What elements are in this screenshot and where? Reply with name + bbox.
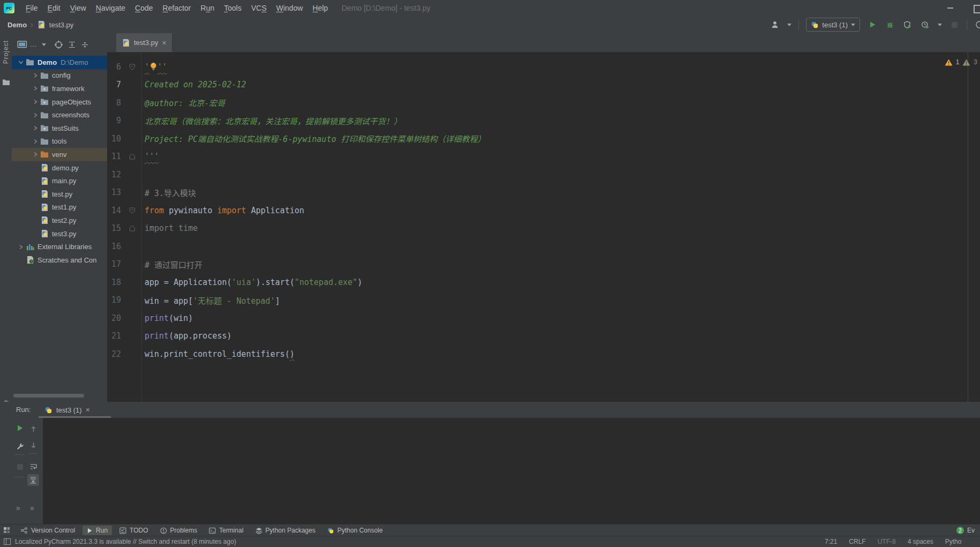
- settings-icon[interactable]: [14, 440, 26, 452]
- chevron-right-icon[interactable]: [31, 152, 40, 157]
- menu-item-tools[interactable]: Tools: [219, 0, 246, 16]
- fold-marker-icon[interactable]: [129, 207, 135, 214]
- select-opened-file-icon[interactable]: [54, 40, 63, 49]
- status-widget-pytho[interactable]: Pytho: [945, 538, 962, 545]
- menu-item-navigate[interactable]: Navigate: [91, 0, 130, 16]
- horizontal-scrollbar[interactable]: [13, 394, 84, 398]
- close-icon[interactable]: ×: [162, 39, 167, 47]
- code-area[interactable]: 6'''7Created on 2025-02-128@author: 北京-宏…: [107, 52, 980, 402]
- chevron-right-icon[interactable]: [31, 99, 40, 104]
- status-widget-crlf[interactable]: CRLF: [849, 538, 865, 545]
- status-widget-4-spaces[interactable]: 4 spaces: [908, 538, 933, 545]
- chevron-right-icon[interactable]: [17, 244, 25, 250]
- project-view-more[interactable]: ...: [30, 41, 37, 48]
- menu-item-vcs[interactable]: VCS: [246, 0, 272, 16]
- breadcrumb-file[interactable]: test3.py: [49, 21, 74, 29]
- event-log-badge[interactable]: 2: [956, 527, 964, 534]
- run-with-coverage-button[interactable]: [902, 19, 913, 30]
- code-line-7[interactable]: 7Created on 2025-02-12: [107, 76, 980, 94]
- tree-item-test3-py[interactable]: test3.py: [12, 227, 107, 241]
- run-tab-test3[interactable]: test3 (1) ×: [40, 402, 94, 418]
- down-icon[interactable]: [27, 439, 39, 451]
- intention-bulb-icon[interactable]: [150, 62, 157, 71]
- menu-item-refactor[interactable]: Refactor: [158, 0, 196, 16]
- toolwindow-button-python-packages[interactable]: Python Packages: [251, 526, 320, 535]
- collapse-all-icon[interactable]: [81, 41, 89, 49]
- tool-stripe-project[interactable]: Project: [2, 40, 10, 64]
- tree-item-demo-py[interactable]: demo.py: [12, 161, 107, 175]
- tree-item-test-py[interactable]: test.py: [12, 188, 107, 201]
- code-line-19[interactable]: 19win = app['无标题 - Notepad']: [107, 291, 980, 310]
- tree-item-main-py[interactable]: main.py: [12, 174, 107, 188]
- toolwindow-button-python-console[interactable]: Python Console: [323, 526, 387, 535]
- menu-item-view[interactable]: View: [65, 0, 91, 16]
- rerun-icon[interactable]: [14, 422, 26, 434]
- status-widget-utf-8[interactable]: UTF-8: [878, 538, 896, 545]
- tree-item-pageobjects[interactable]: pageObjects: [12, 95, 107, 109]
- menu-item-code[interactable]: Code: [130, 0, 157, 16]
- code-line-21[interactable]: 21print(app.process): [107, 327, 980, 346]
- fold-marker-icon[interactable]: [129, 225, 135, 232]
- up-icon[interactable]: [27, 423, 39, 435]
- search-everywhere-icon[interactable]: [974, 19, 980, 30]
- project-stripe-folder-icon[interactable]: [2, 79, 10, 86]
- chevron-down-icon[interactable]: [42, 43, 46, 46]
- status-bar-icon[interactable]: [4, 538, 11, 545]
- run-config-selector[interactable]: test3 (1): [806, 18, 860, 32]
- toolwindow-button-todo[interactable]: TODO: [115, 526, 152, 535]
- tree-item-scratches-and-con[interactable]: Scratches and Con: [12, 253, 107, 267]
- scrollend-icon[interactable]: [27, 474, 39, 486]
- code-line-8[interactable]: 8@author: 北京-宏哥: [107, 94, 980, 112]
- code-line-20[interactable]: 20print(win): [107, 309, 980, 327]
- tree-item-test2-py[interactable]: test2.py: [12, 214, 107, 227]
- code-line-9[interactable]: 9北京宏哥（微信搜索：北京宏哥，关注宏哥，提前解锁更多测试干货！）: [107, 112, 980, 130]
- restore-button[interactable]: [974, 5, 980, 13]
- fold-marker-icon[interactable]: [129, 63, 135, 70]
- code-line-18[interactable]: 18app = Application('uia').start("notepa…: [107, 273, 980, 291]
- code-line-13[interactable]: 13# 3.导入模块: [107, 184, 980, 202]
- expand-all-icon[interactable]: [68, 41, 76, 49]
- code-line-10[interactable]: 10Project: PC端自动化测试实战教程-6-pywinauto 打印和保…: [107, 130, 980, 148]
- code-line-14[interactable]: 14from pywinauto import Application: [107, 201, 980, 220]
- chevron-down-icon[interactable]: [17, 59, 25, 65]
- close-icon[interactable]: ×: [86, 406, 90, 414]
- tree-item-test1-py[interactable]: test1.py: [12, 201, 107, 214]
- chevron-right-icon[interactable]: [31, 86, 40, 91]
- code-line-15[interactable]: 15import time: [107, 220, 980, 238]
- softwrap-icon[interactable]: [27, 461, 39, 473]
- debug-button[interactable]: [885, 19, 895, 30]
- more-actions[interactable]: »: [30, 504, 34, 512]
- code-line-16[interactable]: 16: [107, 237, 980, 256]
- tree-item-demo[interactable]: DemoD:\Demo: [12, 56, 107, 69]
- tool-windows-icon[interactable]: [3, 527, 10, 534]
- status-message[interactable]: Localized PyCharm 2021.3.3 is available …: [15, 536, 236, 547]
- event-log-label[interactable]: Ev: [967, 527, 975, 534]
- profiler-button[interactable]: [920, 19, 931, 30]
- tree-item-external-libraries[interactable]: External Libraries: [12, 240, 107, 253]
- minimize-button[interactable]: [938, 0, 962, 16]
- chevron-right-icon[interactable]: [31, 125, 40, 131]
- code-line-22[interactable]: 22win.print_control_identifiers(): [107, 345, 980, 363]
- run-button[interactable]: [867, 19, 878, 30]
- tree-item-screenshots[interactable]: screenshots: [12, 108, 107, 122]
- menu-item-help[interactable]: Help: [308, 0, 333, 16]
- breadcrumb-project[interactable]: Demo: [7, 21, 27, 29]
- code-line-12[interactable]: 12: [107, 166, 980, 184]
- chevron-down-icon[interactable]: [938, 24, 942, 26]
- menu-item-file[interactable]: File: [21, 0, 43, 16]
- editor-tab-test3[interactable]: test3.py ×: [116, 33, 172, 52]
- status-widget-7-21[interactable]: 7:21: [825, 538, 837, 545]
- stop-icon[interactable]: [14, 461, 26, 473]
- code-line-6[interactable]: 6''': [107, 58, 980, 76]
- inspection-widget[interactable]: 1 3: [945, 58, 977, 66]
- tree-item-testsuits[interactable]: testSuits: [12, 122, 107, 135]
- tree-item-tools[interactable]: tools: [12, 135, 107, 148]
- code-line-17[interactable]: 17# 通过窗口打开: [107, 256, 980, 274]
- user-icon[interactable]: [770, 19, 780, 30]
- tree-item-venv[interactable]: venv: [12, 148, 107, 161]
- chevron-right-icon[interactable]: [31, 113, 40, 118]
- tree-item-framework[interactable]: framework: [12, 82, 107, 95]
- toolwindow-button-problems[interactable]: Problems: [156, 526, 202, 535]
- code-line-11[interactable]: 11''': [107, 148, 980, 166]
- menu-item-run[interactable]: Run: [196, 0, 220, 16]
